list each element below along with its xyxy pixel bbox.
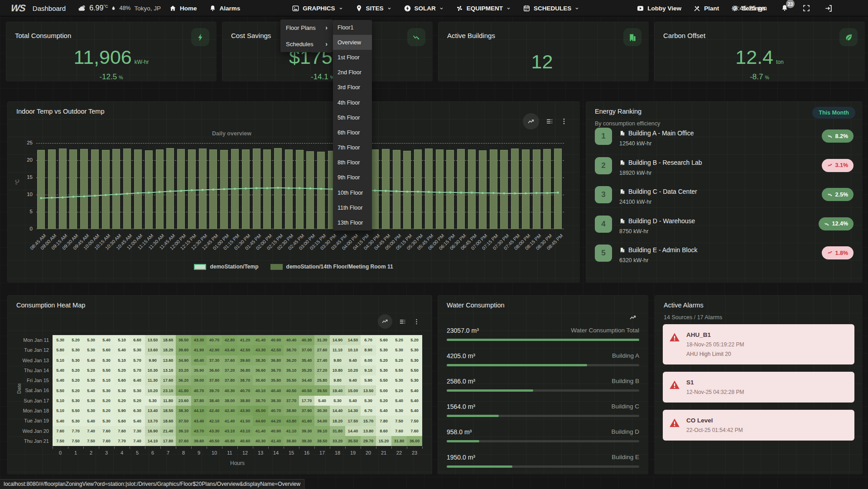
ranking-item[interactable]: 3Building C - Data Center24100 kW-hr2.5% (595, 186, 854, 212)
fullscreen-button[interactable] (802, 4, 810, 12)
kpi-value: 12.4ton (654, 46, 865, 68)
submenu-item-10th-floor[interactable]: 10th Floor (333, 185, 372, 200)
submenu-item-floor1[interactable]: Floor1 (333, 20, 372, 35)
alarm-card-co-level[interactable]: CO Level22-Oct-25 01:54:42 PM (663, 410, 854, 441)
heatmap-cell: 5.20 (68, 385, 83, 395)
heatmap-cell: 44.10 (191, 406, 207, 416)
heatmap-cell: 42.40 (207, 406, 222, 416)
ranking-item[interactable]: 5Building E - Admin Block6320 kW-hr1.8% (595, 244, 854, 271)
heatmap-cell: 5.20 (68, 335, 83, 345)
submenu-item-11th-floor[interactable]: 11th Floor (333, 200, 372, 215)
menu-item-floor-plans[interactable]: Floor Plans› (280, 19, 333, 36)
submenu-item-6th-floor[interactable]: 6th Floor (333, 125, 372, 140)
nav-item-schedules[interactable]: SCHEDULES (523, 5, 579, 12)
alarm-card-ahu_b1[interactable]: AHU_B118-Nov-25 05:19:22 PMAHU High Limi… (663, 324, 854, 364)
x-tick-label: 04:00 PM (341, 233, 359, 251)
ranking-item[interactable]: 2Building B - Research Lab18920 kW-hr3.1… (595, 157, 854, 183)
nav-item-home[interactable]: Home (169, 5, 197, 12)
kpi-card-active-buildings: Active Buildings12 (438, 22, 649, 82)
chart-type-button[interactable] (523, 113, 539, 129)
heatmap-cell: 5.50 (53, 385, 68, 395)
heatmap-cell: 36.80 (237, 365, 253, 375)
nav-item-equipment[interactable]: EQUIPMENT (456, 5, 511, 12)
heatmap-cell: 5.20 (376, 396, 391, 406)
submenu-item-4th-floor[interactable]: 4th Floor (333, 95, 372, 110)
nav-item-plant[interactable]: Plant (693, 5, 719, 12)
heatmap-cell: 43.30 (191, 335, 207, 345)
water-bar (447, 339, 639, 341)
nav-item-alarms[interactable]: Alarms (209, 5, 241, 12)
submenu-item-8th-floor[interactable]: 8th Floor (333, 155, 372, 170)
alarm-time: 18-Nov-25 05:19:22 PM (686, 341, 849, 348)
submenu-item-3rd-floor[interactable]: 3rd Floor (333, 80, 372, 95)
legend-entry[interactable]: demoStation/Temp (194, 264, 258, 270)
kpi-delta: -8.7% (654, 72, 865, 82)
heatmap-cell: 40.90 (268, 426, 284, 436)
heatmap-cell: 7.60 (99, 436, 114, 446)
heatmap-hour-label: 17 (314, 450, 330, 455)
heatmap-cell: 17.50 (345, 416, 361, 426)
heatmap-hour-label: 10 (207, 450, 222, 455)
heatmap-cell: 5.20 (130, 396, 145, 406)
notifications-button[interactable]: 23 (781, 4, 789, 12)
building-consumption: 12540 kW-hr (619, 140, 651, 147)
submenu-item-9th-floor[interactable]: 9th Floor (333, 170, 372, 185)
ranking-period-badge[interactable]: This Month (812, 107, 855, 119)
nav-item-sites[interactable]: SITES (355, 5, 392, 12)
chart-kebab-menu[interactable] (560, 117, 568, 125)
heatmap-cell: 5.40 (391, 396, 407, 406)
x-tick-label: 02:00 PM (255, 233, 273, 251)
water-title: Water Consumption (447, 302, 505, 309)
submenu-item-overview[interactable]: Overview (333, 35, 372, 50)
submenu-item-1st-floor[interactable]: 1st Floor (333, 50, 372, 65)
legend-entry[interactable]: demoStation/14th Floor/Meeting Room 11 (270, 264, 393, 270)
x-tick-label: 08:45 PM (545, 233, 564, 251)
heatmap-cell: 15.00 (345, 385, 361, 395)
heatmap-cell: 43.10 (237, 426, 253, 436)
heatmap-cell: 5.20 (376, 355, 391, 365)
submenu-item-13th-floor[interactable]: 13th Floor (333, 215, 372, 230)
submenu-item-5th-floor[interactable]: 5th Floor (333, 110, 372, 125)
heatmap-cell: 5.20 (114, 365, 130, 375)
nav-item-lobby-view[interactable]: Lobby View (637, 5, 681, 12)
x-tick-label: 11:00 AM (126, 233, 144, 250)
ws-logo[interactable]: WS (10, 3, 26, 14)
y-tick-label: 10 (17, 192, 33, 197)
heatmap-cell: 5.40 (83, 416, 99, 426)
alarm-time: 12-Nov-25 04:32:28 PM (686, 389, 849, 395)
menu-item-schedules[interactable]: Schedules› (280, 36, 333, 52)
submenu-item-2nd-floor[interactable]: 2nd Floor (333, 65, 372, 80)
ranking-item[interactable]: 1Building A - Main Office12540 kW-hr8.2% (595, 128, 854, 154)
y-tick-label: 15 (17, 174, 33, 180)
heatmap-day-label: Mon Jan 18 (7, 406, 49, 416)
chart-data-button[interactable] (545, 117, 554, 125)
x-tick-label: 11:30 AM (147, 233, 165, 250)
alarm-card-s1[interactable]: S112-Nov-25 04:32:28 PM (663, 372, 854, 403)
kpi-unit: kW-hr (135, 59, 149, 65)
nav-item-graphics[interactable]: GRAPHICS (292, 5, 343, 12)
water-chart-button[interactable] (629, 313, 637, 322)
heatmap-cell: 5.20 (99, 406, 114, 416)
logout-button[interactable] (824, 4, 833, 13)
heatmap-kebab-menu[interactable] (413, 318, 420, 326)
heatmap-cell: 40.80 (222, 436, 237, 446)
heatmap-cell: 35.20 (299, 365, 314, 375)
heatmap-cell: 5.40 (53, 416, 68, 426)
heatmap-cell: 15.70 (361, 416, 376, 426)
rank-number: 2 (595, 157, 612, 174)
trend-down-icon (827, 192, 833, 197)
outdoor-temp-line (36, 131, 564, 229)
heatmap-type-button[interactable] (378, 314, 392, 329)
building-icon (619, 218, 626, 224)
heatmap-hour-label: 9 (191, 450, 207, 455)
heatmap-cell: 40.50 (284, 385, 299, 395)
ranking-item[interactable]: 4Building D - Warehouse8750 kW-hr12.4% (595, 216, 854, 242)
x-tick-label: 06:15 PM (438, 233, 456, 251)
submenu-item-7th-floor[interactable]: 7th Floor (333, 140, 372, 155)
heatmap-day-label: Thu Jan 21 (7, 436, 49, 446)
nav-item-solar[interactable]: SOLAR (404, 5, 444, 12)
heatmap-cell: 5.50 (68, 406, 83, 416)
weather-temp: 6.99°C (89, 4, 108, 12)
heatmap-data-button[interactable] (399, 318, 406, 326)
heatmap-cell: 17.70 (299, 396, 314, 406)
